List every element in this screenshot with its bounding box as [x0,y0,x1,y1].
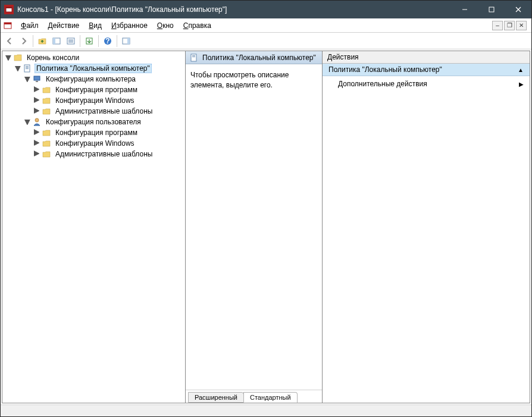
svg-rect-28 [192,57,195,57]
tree-user-config[interactable]: ⯆ Конфигурация пользователя [2,117,185,127]
back-button[interactable] [3,35,16,48]
tree-label: Конфигурация Windows [54,139,136,148]
menu-file[interactable]: Файл [16,20,43,31]
details-body: Чтобы просмотреть описание элемента, выд… [186,64,322,390]
toolbar-separator [80,35,80,47]
tree-admin-templates[interactable]: ⯈ Административные шаблоны [2,106,185,117]
show-hide-action-pane-button[interactable] [120,35,133,48]
mdi-restore-button[interactable]: ❐ [504,21,515,30]
window-title: Консоль1 - [Корень консоли\Политика "Лок… [17,5,451,14]
tree-win-config[interactable]: ⯈ Конфигурация Windows [2,95,185,106]
chevron-right-icon: ▶ [519,81,524,87]
tree-root[interactable]: ⯆ Корень консоли [2,52,185,63]
tree-label: Политика "Локальный компьютер" [35,64,152,73]
chevron-down-icon[interactable]: ⯆ [24,76,31,83]
toolbar: ? [1,33,531,49]
folder-icon [42,149,51,159]
menu-help[interactable]: Справка [179,20,216,31]
chevron-right-icon[interactable]: ⯈ [33,129,40,136]
tab-extended[interactable]: Расширенный [188,392,244,403]
tab-standard[interactable]: Стандартный [243,392,298,403]
tree-label: Конфигурация Windows [54,96,136,105]
folder-icon [42,106,51,116]
svg-rect-3 [489,7,494,12]
chevron-right-icon[interactable]: ⯈ [33,108,40,115]
details-tabs: Расширенный Стандартный [186,390,322,403]
details-title: Политика "Локальный компьютер" [202,54,316,62]
tree-label: Конфигурация пользователя [44,117,143,127]
actions-context-label: Политика "Локальный компьютер" [328,65,442,74]
svg-rect-23 [34,76,40,80]
svg-rect-18 [127,38,130,44]
chevron-right-icon[interactable]: ⯈ [33,151,40,158]
minimize-button[interactable] [451,1,478,18]
tree-sw-config-user[interactable]: ⯈ Конфигурация программ [2,127,185,138]
actions-title: Действия [323,51,530,64]
chevron-right-icon[interactable]: ⯈ [33,97,40,104]
show-hide-tree-button[interactable] [50,35,63,48]
tree-pane[interactable]: ⯆ Корень консоли ⯆ Политика "Локальный к… [2,51,186,403]
details-pane: Политика "Локальный компьютер" Чтобы про… [186,51,323,403]
menu-window[interactable]: Окно [152,20,179,31]
up-button[interactable] [36,35,49,48]
details-header: Политика "Локальный компьютер" [186,51,322,64]
folder-icon [13,53,23,62]
svg-text:?: ? [105,37,109,45]
tree-label: Конфигурация программ [54,85,139,95]
policy-icon [23,64,32,73]
svg-rect-24 [36,81,38,82]
chevron-right-icon[interactable]: ⯈ [33,140,40,147]
svg-rect-21 [26,67,29,68]
svg-rect-7 [4,23,11,24]
folder-icon [42,85,51,95]
svg-rect-26 [191,54,196,61]
actions-more-label: Дополнительные действия [338,80,427,88]
chevron-down-icon[interactable]: ⯆ [14,65,21,72]
toolbar-separator [33,35,33,47]
actions-pane: Действия Политика "Локальный компьютер" … [323,51,530,403]
app-window: Консоль1 - [Корень консоли\Политика "Лок… [0,0,532,417]
menu-view[interactable]: Вид [84,20,107,31]
svg-rect-27 [192,55,195,56]
forward-button[interactable] [17,35,30,48]
properties-button[interactable] [64,35,77,48]
computer-icon [32,74,42,84]
policy-icon [189,53,199,62]
export-button[interactable] [83,35,96,48]
mdi-minimize-button[interactable]: – [492,21,503,30]
chevron-down-icon[interactable]: ⯆ [24,118,31,126]
tree-label: Конфигурация программ [54,128,139,137]
close-button[interactable] [505,1,531,18]
menubar: Файл Действие Вид Избранное Окно Справка… [1,18,531,33]
content-area: ⯆ Корень консоли ⯆ Политика "Локальный к… [2,51,530,403]
help-button[interactable]: ? [101,35,114,48]
svg-rect-1 [6,7,12,8]
menu-favorites[interactable]: Избранное [107,20,152,31]
svg-rect-20 [26,66,29,67]
tree-label: Административные шаблоны [54,106,154,116]
menu-action[interactable]: Действие [43,20,85,31]
toolbar-separator [117,35,117,47]
toolbar-separator [98,35,99,47]
statusbar [1,405,531,416]
mdi-icon [3,21,12,30]
tree-label: Административные шаблоны [54,149,154,159]
svg-rect-22 [26,68,29,69]
app-icon [4,5,14,14]
actions-more[interactable]: Дополнительные действия ▶ [323,76,530,92]
tree-label: Корень консоли [25,53,81,62]
svg-rect-9 [53,38,55,44]
chevron-down-icon[interactable]: ⯆ [5,54,12,61]
tree-policy[interactable]: ⯆ Политика "Локальный компьютер" [2,63,185,74]
folder-icon [42,139,51,148]
tree-win-config-user[interactable]: ⯈ Конфигурация Windows [2,138,185,149]
titlebar[interactable]: Консоль1 - [Корень консоли\Политика "Лок… [1,1,531,18]
svg-point-25 [35,118,39,122]
mdi-close-button[interactable]: ✕ [516,21,527,30]
tree-comp-config[interactable]: ⯆ Конфигурация компьютера [2,74,185,84]
tree-admin-templates-user[interactable]: ⯈ Административные шаблоны [2,149,185,159]
tree-sw-config[interactable]: ⯈ Конфигурация программ [2,84,185,95]
maximize-button[interactable] [478,1,505,18]
actions-context[interactable]: Политика "Локальный компьютер" ▲ [323,64,530,76]
chevron-right-icon[interactable]: ⯈ [33,86,40,93]
